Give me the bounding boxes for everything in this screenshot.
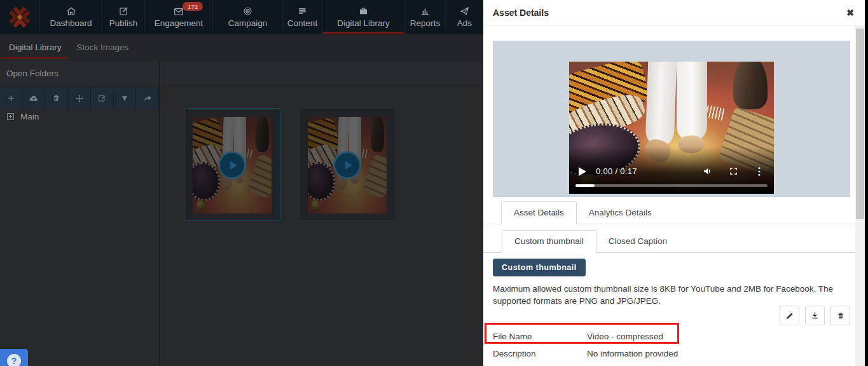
help-button[interactable]: ? (0, 349, 28, 366)
download-asset-button[interactable] (805, 306, 825, 325)
nav-item-campaign[interactable]: Campaign (212, 0, 282, 34)
move-folder-button[interactable] (68, 87, 91, 109)
delete-folder-button[interactable] (45, 87, 68, 109)
video-thumbnail (193, 117, 272, 214)
nav-label: Dashboard (50, 18, 92, 28)
open-folders-header: Open Folders (0, 60, 483, 86)
volume-icon[interactable] (702, 166, 713, 177)
play-button[interactable] (218, 151, 246, 179)
asset-actions (780, 306, 850, 325)
add-folder-button[interactable] (0, 87, 23, 109)
folder-tree-item-main[interactable]: Main (6, 112, 39, 121)
cloud-upload-icon (29, 93, 39, 104)
play-icon[interactable] (579, 167, 586, 176)
still-art-layer (256, 117, 269, 152)
time-display: 0:00 / 0:17 (596, 166, 637, 176)
video-player[interactable]: 0:00 / 0:17 ⋮ (569, 62, 774, 194)
delete-asset-button[interactable] (830, 306, 850, 325)
zoho-social-logo-icon (6, 4, 33, 30)
player-controls: 0:00 / 0:17 ⋮ (569, 166, 774, 177)
nav-label: Reports (410, 18, 440, 28)
kebab-menu-icon[interactable]: ⋮ (754, 166, 764, 177)
seek-bar[interactable] (575, 184, 768, 187)
move-icon (74, 93, 85, 104)
target-icon (242, 6, 253, 17)
library-tab-bar: Digital Library Stock Images (0, 34, 483, 60)
nav-label: Campaign (228, 18, 268, 28)
scrollbar-thumb[interactable] (856, 29, 864, 219)
tab-analytics-details[interactable]: Analytics Details (577, 202, 664, 224)
top-navbar: Dashboard Publish 172 Engagement (0, 0, 483, 34)
app-logo[interactable] (0, 0, 39, 34)
still-art-layer (193, 117, 272, 142)
tab-digital-library[interactable]: Digital Library (5, 34, 65, 60)
custom-thumbnail-button[interactable]: Custom thumbnail (493, 259, 586, 276)
tab-closed-caption[interactable]: Closed Caption (596, 231, 679, 252)
folder-label: Main (20, 112, 39, 121)
video-thumbnail (308, 117, 387, 214)
trash-icon (52, 93, 61, 103)
compose-icon (118, 6, 129, 17)
list-icon (297, 6, 308, 17)
nav-item-digital-library[interactable]: Digital Library (322, 0, 404, 34)
rename-folder-button[interactable] (91, 87, 114, 109)
video-card[interactable] (299, 108, 396, 221)
edit-asset-button[interactable] (780, 306, 799, 325)
still-art-layer (677, 62, 707, 141)
engagement-count-badge: 172 (183, 2, 203, 11)
media-preview-area: 0:00 / 0:17 ⋮ (493, 41, 850, 197)
app-window: Dashboard Publish 172 Engagement (0, 0, 868, 366)
field-value: No information provided (587, 349, 678, 358)
share-button[interactable] (136, 87, 159, 109)
open-folders-label: Open Folders (6, 69, 59, 78)
panel-header: Asset Details ✖ (483, 0, 865, 25)
nav-item-engagement[interactable]: 172 Engagement (144, 0, 212, 34)
still-art-layer (645, 62, 677, 147)
asset-details-panel: Asset Details ✖ 0:00 / 0:17 (483, 0, 865, 366)
nav-label: Ads (457, 18, 472, 28)
tab-label: Stock Images (77, 43, 129, 52)
tab-asset-details[interactable]: Asset Details (501, 201, 577, 224)
nav-item-dashboard[interactable]: Dashboard (39, 0, 102, 34)
panel-title: Asset Details (493, 8, 549, 18)
filter-button[interactable] (114, 87, 137, 109)
panel-tabs: Asset Details Analytics Details (483, 203, 855, 224)
nav-label: Content (287, 18, 317, 28)
sidebar-divider (159, 60, 160, 366)
panel-scrollbar[interactable] (855, 26, 865, 366)
fullscreen-icon[interactable] (729, 166, 738, 176)
still-art-layer (312, 199, 319, 212)
still-art-layer (308, 117, 387, 142)
folder-toolbar (0, 87, 159, 109)
still-art-layer (196, 199, 204, 212)
download-icon (810, 311, 820, 320)
nav-item-publish[interactable]: Publish (102, 0, 144, 34)
play-button[interactable] (333, 151, 361, 179)
video-card-selected[interactable] (184, 108, 280, 221)
nav-item-content[interactable]: Content (282, 0, 322, 34)
nav-item-reports[interactable]: Reports (404, 0, 445, 34)
still-art-layer (362, 153, 387, 199)
screen-edge (865, 0, 868, 366)
close-icon[interactable]: ✖ (846, 8, 854, 17)
upload-button[interactable] (23, 87, 46, 109)
question-mark-icon: ? (7, 354, 21, 366)
tab-label: Digital Library (9, 43, 62, 52)
tab-custom-thumbnail[interactable]: Custom thumbnail (502, 230, 596, 253)
nav-label: Engagement (155, 18, 203, 28)
plus-box-icon[interactable] (6, 112, 15, 121)
still-art-layer (193, 117, 226, 159)
nav-item-ads[interactable]: Ads (445, 0, 483, 34)
share-icon (142, 93, 153, 104)
field-row-description: Description No information provided (493, 349, 536, 358)
field-row-file-name: File Name Video - compressed (493, 332, 532, 341)
trash-icon (836, 311, 845, 320)
field-label: Description (493, 349, 536, 358)
still-art-layer (371, 117, 384, 152)
field-value: Video - compressed (587, 332, 663, 341)
home-icon (65, 6, 77, 17)
still-art-layer (733, 62, 768, 109)
pencil-icon (785, 311, 794, 320)
tab-stock-images[interactable]: Stock Images (73, 34, 133, 60)
filter-icon (120, 94, 129, 103)
